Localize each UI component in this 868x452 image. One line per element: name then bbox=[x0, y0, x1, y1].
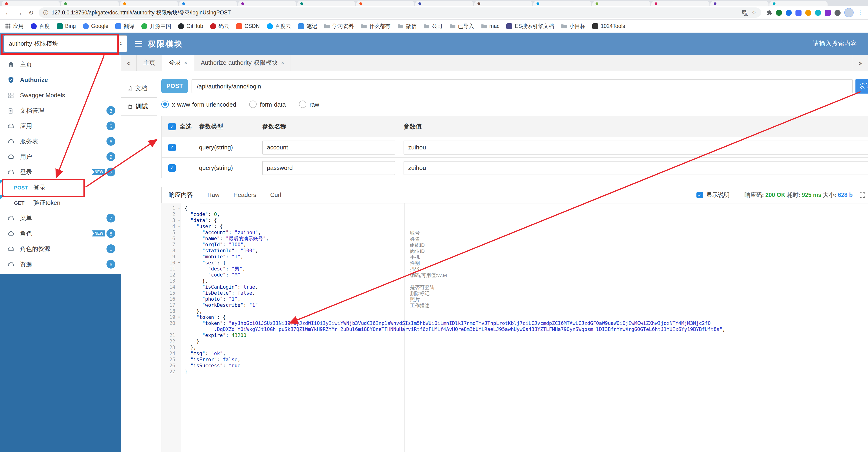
bookmark-item[interactable]: 应用 bbox=[5, 23, 24, 30]
profile-avatar[interactable] bbox=[844, 8, 854, 17]
browser-tab[interactable] bbox=[356, 1, 414, 6]
sidebar-endpoint-post[interactable]: POST登录 bbox=[0, 180, 121, 195]
bookmark-item[interactable]: CSDN bbox=[236, 23, 260, 29]
select-all-checkbox[interactable]: ✓ bbox=[168, 123, 176, 130]
address-bar[interactable]: ⓘ 127.0.0.1:8760/api/gate/doc.html#/auth… bbox=[39, 7, 761, 18]
browser-tab[interactable] bbox=[651, 1, 710, 6]
row-checkbox[interactable]: ✓ bbox=[168, 144, 176, 151]
browser-tab[interactable] bbox=[120, 1, 178, 6]
sidebar-item[interactable]: 用户9 bbox=[0, 149, 121, 164]
send-button[interactable]: 发送 bbox=[856, 79, 868, 93]
bookmark-item[interactable]: 笔记 bbox=[298, 23, 317, 30]
close-icon[interactable]: × bbox=[281, 60, 284, 66]
response-body-editor[interactable]: 1▾{2 "code": 0,3▾ "data": {4▾ "user": {5… bbox=[161, 203, 868, 452]
bookmark-item[interactable]: GitHub bbox=[178, 23, 203, 29]
sidebar-item[interactable]: 应用5 bbox=[0, 118, 121, 134]
bookmark-item[interactable]: ES搜索引擎文档 bbox=[506, 23, 554, 30]
extension-icon[interactable] bbox=[796, 9, 802, 16]
info-icon[interactable]: ⓘ bbox=[43, 9, 48, 16]
reload-icon[interactable]: ↻ bbox=[27, 9, 35, 16]
browser-tab[interactable] bbox=[592, 1, 650, 6]
sidebar-item[interactable]: 资源6 bbox=[0, 256, 121, 272]
fold-icon bbox=[176, 308, 182, 314]
sidebar-item[interactable]: 角色NEW8 bbox=[0, 226, 121, 241]
browser-tab[interactable] bbox=[533, 1, 591, 6]
sidebar-item[interactable]: 登录NEW2 bbox=[0, 164, 121, 180]
sidebar-endpoint-get[interactable]: GET验证token bbox=[0, 195, 121, 210]
sidebar-item[interactable]: 角色的资源1 bbox=[0, 241, 121, 256]
bookmark-item[interactable]: 开源中国 bbox=[141, 23, 171, 30]
document-tab[interactable]: Authorize-authority-权限模块× bbox=[194, 55, 291, 71]
response-tab[interactable]: Headers bbox=[226, 187, 263, 203]
sidebar-item[interactable]: Authorize bbox=[0, 72, 121, 87]
browser-tab[interactable] bbox=[710, 1, 769, 6]
row-checkbox[interactable]: ✓ bbox=[168, 164, 176, 172]
close-icon[interactable]: × bbox=[184, 60, 187, 66]
document-tab[interactable]: 主页 bbox=[137, 55, 162, 71]
browser-tab[interactable] bbox=[474, 1, 532, 6]
module-select[interactable]: authority-权限模块 ▲▼ bbox=[4, 35, 127, 52]
back-icon[interactable]: ← bbox=[4, 9, 12, 16]
tab-doc[interactable]: 文档 bbox=[121, 80, 157, 97]
puzzle-icon[interactable] bbox=[766, 9, 772, 16]
sidebar-item[interactable]: 菜单7 bbox=[0, 210, 121, 226]
content-type-option[interactable]: form-data bbox=[249, 101, 286, 108]
extension-icon[interactable] bbox=[825, 9, 831, 16]
browser-tab[interactable] bbox=[415, 1, 473, 6]
bookmark-item[interactable]: 小目标 bbox=[561, 23, 585, 30]
bookmark-item[interactable]: 1024Tools bbox=[592, 23, 625, 29]
bookmark-item[interactable]: 已导入 bbox=[450, 23, 474, 30]
bookmark-item[interactable]: 百度云 bbox=[267, 23, 291, 30]
content-type-option[interactable]: x-www-form-urlencoded bbox=[161, 101, 236, 108]
translate-icon[interactable]: Aa bbox=[742, 9, 748, 16]
bookmark-item[interactable]: 翻译 bbox=[115, 23, 134, 30]
browser-tab[interactable] bbox=[769, 1, 828, 6]
bookmark-star-icon[interactable]: ☆ bbox=[751, 9, 756, 16]
fullscreen-icon[interactable] bbox=[860, 192, 865, 198]
param-name-input[interactable] bbox=[262, 161, 395, 175]
bookmark-item[interactable]: 什么都有 bbox=[361, 23, 391, 30]
extension-icon[interactable] bbox=[776, 9, 782, 16]
show-description-checkbox[interactable]: ✓ bbox=[696, 192, 703, 198]
content-type-option[interactable]: raw bbox=[299, 101, 319, 108]
search-input[interactable]: 请输入搜索内容 bbox=[813, 39, 857, 48]
param-name-input[interactable] bbox=[262, 140, 395, 154]
bookmark-label: 码云 bbox=[218, 23, 229, 30]
sidebar-item[interactable]: 文档管理3 bbox=[0, 103, 121, 118]
tabs-scroll-left-icon[interactable]: « bbox=[121, 55, 137, 71]
extension-icon[interactable] bbox=[835, 9, 841, 16]
response-tab[interactable]: Curl bbox=[263, 187, 288, 203]
browser-menu-icon[interactable]: ⋮ bbox=[857, 9, 862, 16]
browser-tab[interactable] bbox=[2, 1, 60, 6]
tabs-scroll-right-icon[interactable]: » bbox=[852, 55, 868, 71]
param-value-input[interactable] bbox=[404, 140, 868, 154]
hamburger-icon[interactable] bbox=[135, 41, 142, 47]
bookmark-label: CSDN bbox=[245, 23, 260, 29]
browser-tab[interactable] bbox=[238, 1, 296, 6]
endpoint-path-input[interactable]: /api/authority/anno/login bbox=[192, 79, 852, 93]
response-tab[interactable]: Raw bbox=[200, 187, 226, 203]
extension-icon[interactable] bbox=[805, 9, 811, 16]
bookmark-item[interactable]: 码云 bbox=[210, 23, 229, 30]
forward-icon[interactable]: → bbox=[16, 9, 24, 16]
browser-tab[interactable] bbox=[297, 1, 355, 6]
extension-icon[interactable] bbox=[815, 9, 821, 16]
code-line: 20 "token": "eyJhbGciOiJSUzI1NiJ9.eyJzdW… bbox=[161, 320, 868, 332]
document-tab[interactable]: 登录× bbox=[162, 55, 194, 71]
browser-tab[interactable] bbox=[179, 1, 237, 6]
bookmark-item[interactable]: 百度 bbox=[31, 23, 50, 30]
extension-icon[interactable] bbox=[786, 9, 792, 16]
bookmark-item[interactable]: Bing bbox=[57, 23, 76, 29]
bookmark-item[interactable]: 学习资料 bbox=[324, 23, 354, 30]
sidebar-item[interactable]: 服务表6 bbox=[0, 134, 121, 149]
bookmark-item[interactable]: Google bbox=[83, 23, 108, 29]
browser-tab[interactable] bbox=[61, 1, 119, 6]
bookmark-item[interactable]: 微信 bbox=[398, 23, 416, 30]
response-tab[interactable]: 响应内容 bbox=[161, 187, 200, 203]
tab-debug[interactable]: 调试 bbox=[121, 97, 157, 116]
bookmark-item[interactable]: mac bbox=[481, 23, 499, 29]
sidebar-item[interactable]: 主页 bbox=[0, 57, 121, 72]
param-value-input[interactable] bbox=[404, 161, 868, 175]
sidebar-item[interactable]: Swagger Models bbox=[0, 87, 121, 103]
bookmark-item[interactable]: 公司 bbox=[424, 23, 443, 30]
